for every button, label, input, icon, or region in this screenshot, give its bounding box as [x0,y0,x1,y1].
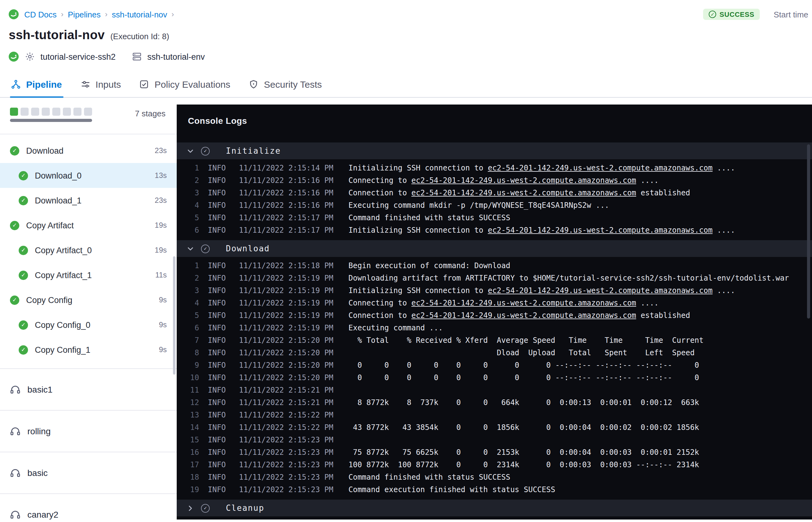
section-log-lines: 1INFO11/11/2022 2:15:18 PMBegin executio… [177,257,812,496]
log-text: Command finished with status SUCCESS [348,473,510,482]
log-level: INFO [208,162,233,174]
log-level: INFO [208,384,233,396]
log-section-header-initialize[interactable]: ✓Initialize [177,142,812,159]
log-level: INFO [208,322,233,334]
log-level: INFO [208,471,233,483]
log-link[interactable]: ec2-54-201-142-249.us-west-2.compute.ama… [411,188,636,197]
progress-segment [42,108,50,116]
log-link[interactable]: ec2-54-201-142-249.us-west-2.compute.ama… [411,311,636,320]
tab-security-tests-label: Security Tests [264,79,322,89]
status-badge: ✓ SUCCESS [704,9,760,20]
log-level: INFO [208,174,233,187]
chevron-right-icon[interactable] [184,504,197,512]
stage-item[interactable]: ✓Copy Config_09s [0,312,177,337]
log-sections: ✓Initialize1INFO11/11/2022 2:15:14 PMIni… [177,142,812,516]
log-timestamp: 11/11/2022 2:15:22 PM [239,421,348,434]
log-message: Initializing SSH connection to ec2-54-20… [348,284,735,297]
stage-item[interactable]: ✓Download_013s [0,163,177,188]
log-text: Connecting to [348,299,411,307]
execution-id: (Execution Id: 8) [110,32,169,41]
log-section-header-download[interactable]: ✓Download [177,240,812,257]
log-line-number: 17 [177,459,199,471]
log-link[interactable]: ec2-54-201-142-249.us-west-2.compute.ama… [488,286,712,295]
log-line-number: 11 [177,384,199,396]
log-message: Executing command mkdir -p /tmp/WYQNESE_… [348,199,609,212]
pipeline-list-item[interactable]: basic [0,452,177,494]
log-line-number: 13 [177,409,199,421]
log-timestamp: 11/11/2022 2:15:19 PM [239,297,348,309]
stage-progress-scrollbar[interactable] [10,119,92,122]
console-scrollbar[interactable] [807,144,810,319]
log-line: 19INFO11/11/2022 2:15:23 PMCommand execu… [177,483,812,496]
chevron-down-icon[interactable] [184,147,197,155]
log-text: .... [712,226,735,235]
log-line: 12INFO11/11/2022 2:15:21 PM 8 8772k 8 73… [177,396,812,409]
section-title: Cleanup [226,503,264,513]
breadcrumb-link-pipeline-name[interactable]: ssh-tutorial-nov [112,9,167,19]
log-message: Begin execution of command: Download [348,259,510,272]
log-line: 4INFO11/11/2022 2:15:16 PMExecuting comm… [177,199,812,212]
log-timestamp: 11/11/2022 2:15:20 PM [239,334,348,346]
log-level: INFO [208,199,233,212]
tab-inputs[interactable]: Inputs [79,72,122,97]
log-message: Command execution finished with status S… [348,483,555,496]
stage-progress-indicator [10,108,92,116]
log-message: Connecting to ec2-54-201-142-249.us-west… [348,174,658,187]
pipeline-item-icon [10,509,21,520]
stage-duration: 23s [155,146,177,155]
stage-item[interactable]: ✓Download23s [0,138,177,163]
log-line: 6INFO11/11/2022 2:15:19 PMExecuting comm… [177,322,812,334]
log-link[interactable]: ec2-54-201-142-249.us-west-2.compute.ama… [488,164,712,172]
log-line-number: 1 [177,162,199,174]
stage-item[interactable]: ✓Copy Config_19s [0,337,177,362]
service-name[interactable]: tutorial-service-ssh2 [40,52,116,61]
log-timestamp: 11/11/2022 2:15:16 PM [239,199,348,212]
log-line: 9INFO11/11/2022 2:15:20 PM 0 0 0 0 0 0 0… [177,359,812,372]
log-message: 75 8772k 75 6625k 0 0 2153k 0 0:00:04 0:… [348,446,699,459]
stage-success-check-icon: ✓ [19,345,28,354]
progress-segment [52,108,60,116]
log-section-header-cleanup[interactable]: ✓Cleanup [177,500,812,516]
service-module-icon [9,52,19,62]
log-timestamp: 11/11/2022 2:15:14 PM [239,162,348,174]
log-line-number: 6 [177,322,199,334]
stage-item[interactable]: ✓Copy Artifact_111s [0,263,177,287]
log-line-number: 15 [177,434,199,446]
log-line: 7INFO11/11/2022 2:15:20 PM % Total % Rec… [177,334,812,346]
tab-policy-evaluations[interactable]: Policy Evaluations [139,72,231,97]
log-link[interactable]: ec2-54-201-142-249.us-west-2.compute.ama… [411,299,636,307]
log-line: 3INFO11/11/2022 2:15:16 PMConnection to … [177,187,812,199]
log-message: Executing command ... [348,322,443,334]
pipeline-list-item[interactable]: rolling [0,410,177,452]
breadcrumb-link-pipelines[interactable]: Pipelines [68,9,101,19]
pipeline-name: basic [27,468,47,478]
tab-security-tests[interactable]: Security Tests [248,72,323,97]
environment-icon [132,52,142,62]
log-link[interactable]: ec2-54-201-142-249.us-west-2.compute.ama… [411,176,636,185]
log-timestamp: 11/11/2022 2:15:21 PM [239,384,348,396]
log-timestamp: 11/11/2022 2:15:23 PM [239,446,348,459]
log-line-number: 8 [177,346,199,359]
log-link[interactable]: ec2-54-201-142-249.us-west-2.compute.ama… [488,226,712,235]
stage-item[interactable]: ✓Copy Artifact_019s [0,238,177,263]
stage-progress-row: 7 stages [0,98,177,134]
progress-segment [74,108,82,116]
stage-item[interactable]: ✓Copy Artifact19s [0,213,177,238]
tab-pipeline[interactable]: Pipeline [10,72,63,97]
stage-item[interactable]: ✓Download_123s [0,188,177,213]
log-timestamp: 11/11/2022 2:15:23 PM [239,471,348,483]
section-title: Initialize [226,146,281,156]
pipeline-list-item[interactable]: canary2 [0,494,177,520]
log-timestamp: 11/11/2022 2:15:18 PM [239,259,348,272]
log-message: Connecting to ec2-54-201-142-249.us-west… [348,297,658,309]
breadcrumb-separator-icon: › [61,10,63,19]
pipeline-list-item[interactable]: basic1 [0,369,177,410]
breadcrumb-link-cd-docs[interactable]: CD Docs [24,9,57,19]
log-line: 5INFO11/11/2022 2:15:17 PMCommand finish… [177,212,812,224]
stage-item[interactable]: ✓Copy Config9s [0,287,177,312]
environment-name[interactable]: ssh-tutorial-env [147,52,205,61]
log-line-number: 1 [177,259,199,272]
chevron-down-icon[interactable] [184,245,197,252]
stage-success-check-icon: ✓ [19,196,28,205]
sidebar-scrollbar[interactable] [173,256,176,375]
